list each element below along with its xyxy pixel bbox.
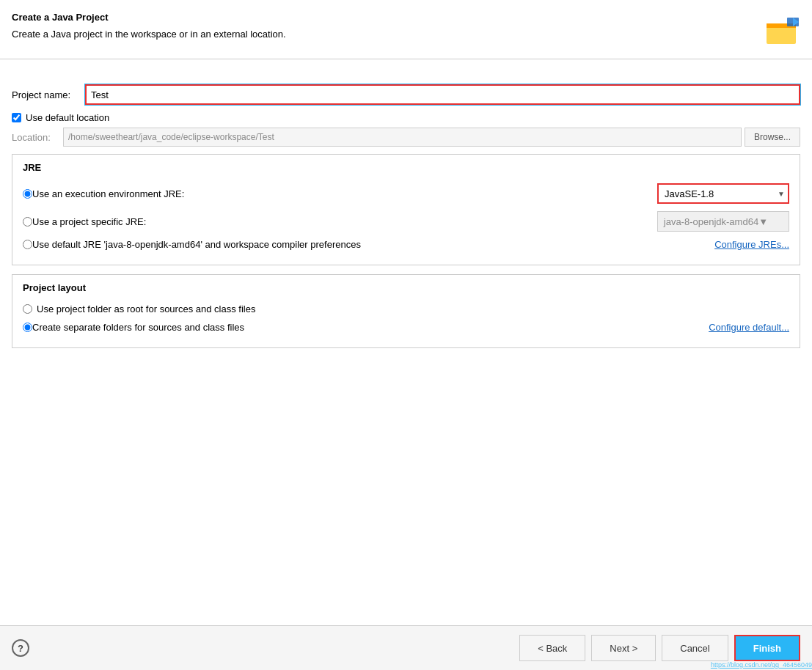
configure-default-link[interactable]: Configure default... — [709, 322, 789, 333]
folder-icon — [765, 12, 800, 47]
jre-exec-env-label[interactable]: Use an execution environment JRE: — [32, 188, 184, 199]
layout-option2-row: Create separate folders for sources and … — [23, 322, 789, 333]
jre-default-radio[interactable] — [23, 240, 32, 249]
dialog-header: Create a Java Project Create a Java proj… — [0, 0, 812, 53]
jre-exec-select[interactable]: JavaSE-1.8 JavaSE-11 JavaSE-17 — [657, 183, 789, 204]
project-name-row: Project name: — [12, 84, 800, 105]
layout-section-title: Project layout — [23, 282, 789, 293]
dialog-content: Project name: Use default location Locat… — [0, 65, 812, 625]
use-default-location-label[interactable]: Use default location — [26, 112, 109, 123]
layout-root-radio[interactable] — [23, 304, 32, 314]
location-input[interactable] — [63, 128, 742, 147]
project-name-label: Project name: — [12, 89, 85, 100]
dialog-footer: ? < Back Next > Cancel Finish — [0, 625, 812, 670]
create-java-project-dialog: Create a Java Project Create a Java proj… — [0, 0, 812, 670]
jre-option1-row: Use an execution environment JRE: JavaSE… — [23, 183, 789, 204]
location-label: Location: — [12, 132, 63, 143]
layout-separate-label[interactable]: Create separate folders for sources and … — [32, 322, 244, 333]
use-default-location-checkbox[interactable] — [12, 113, 21, 122]
jre-section-title: JRE — [23, 162, 789, 173]
jre-section: JRE Use an execution environment JRE: Ja… — [12, 154, 800, 265]
jre-option3-row: Use default JRE 'java-8-openjdk-amd64' a… — [23, 239, 789, 250]
jre-specific-arrow-icon: ▼ — [758, 216, 768, 227]
project-name-input[interactable] — [85, 84, 800, 105]
layout-section: Project layout Use project folder as roo… — [12, 274, 800, 348]
browse-button[interactable]: Browse... — [745, 128, 800, 147]
jre-specific-select-disabled: java-8-openjdk-amd64 ▼ — [657, 211, 789, 232]
jre-option2-left: Use a project specific JRE: — [23, 216, 146, 227]
jre-exec-env-radio[interactable] — [23, 189, 32, 199]
layout-root-label[interactable]: Use project folder as root for sources a… — [37, 303, 789, 314]
jre-exec-select-wrapper: JavaSE-1.8 JavaSE-11 JavaSE-17 ▼ — [657, 183, 789, 204]
footer-buttons: < Back Next > Cancel Finish — [519, 635, 800, 661]
jre-option2-row: Use a project specific JRE: java-8-openj… — [23, 211, 789, 232]
jre-specific-radio[interactable] — [23, 217, 32, 227]
next-button[interactable]: Next > — [591, 635, 656, 661]
watermark: https://blog.csdn.net/qq_46456049 — [711, 661, 812, 669]
jre-specific-label[interactable]: Use a project specific JRE: — [32, 216, 146, 227]
jre-option1-left: Use an execution environment JRE: — [23, 188, 184, 199]
location-row: Location: Browse... — [12, 128, 800, 147]
dialog-subtitle: Create a Java project in the workspace o… — [12, 29, 286, 40]
layout-option2-left: Create separate folders for sources and … — [23, 322, 244, 333]
default-location-row: Use default location — [12, 112, 800, 123]
layout-separate-radio[interactable] — [23, 323, 32, 332]
dialog-title: Create a Java Project — [12, 12, 286, 23]
jre-option3-left: Use default JRE 'java-8-openjdk-amd64' a… — [23, 239, 361, 250]
header-text: Create a Java Project Create a Java proj… — [12, 12, 286, 40]
jre-default-label[interactable]: Use default JRE 'java-8-openjdk-amd64' a… — [32, 239, 361, 250]
help-button[interactable]: ? — [12, 639, 29, 657]
header-separator — [0, 59, 812, 59]
configure-jres-link[interactable]: Configure JREs... — [714, 239, 789, 250]
finish-button[interactable]: Finish — [734, 635, 800, 661]
back-button[interactable]: < Back — [519, 635, 585, 661]
cancel-button[interactable]: Cancel — [662, 635, 728, 661]
layout-option1-row: Use project folder as root for sources a… — [23, 303, 789, 314]
